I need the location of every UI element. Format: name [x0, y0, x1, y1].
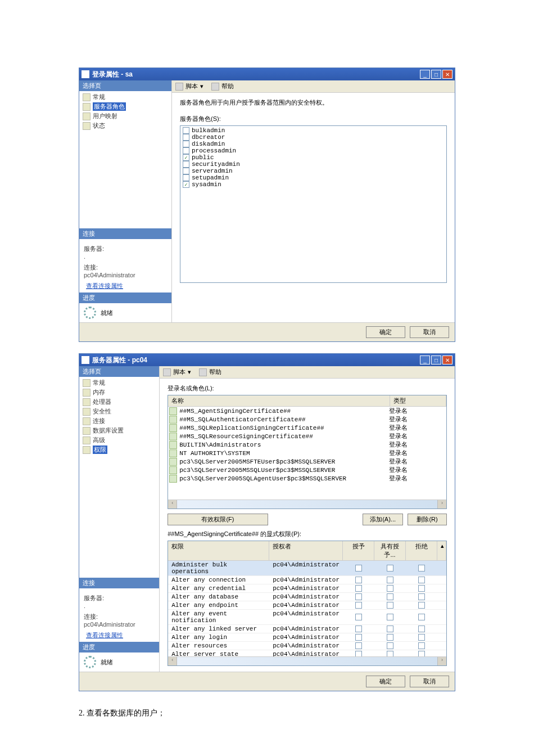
permission-row[interactable]: Alter server statepc04\Administrator	[168, 650, 446, 656]
script-button[interactable]: 脚本	[173, 368, 185, 376]
view-connection-props-link[interactable]: 查看连接属性	[84, 282, 123, 290]
login-row[interactable]: pc3\SQLServer2005SQLAgentUser$pc3$MSSQLS…	[168, 474, 446, 483]
help-button[interactable]: 帮助	[221, 82, 234, 91]
dropdown-icon[interactable]: ▾	[188, 368, 191, 376]
h-scrollbar[interactable]: ‹›	[168, 656, 446, 665]
withgrant-checkbox[interactable]	[387, 626, 393, 632]
grant-checkbox[interactable]	[355, 614, 362, 620]
role-row[interactable]: serveradmin	[182, 168, 445, 174]
withgrant-checkbox[interactable]	[387, 642, 393, 649]
login-row[interactable]: NT AUTHORITY\SYSTEM登录名	[168, 449, 446, 457]
effective-permissions-button[interactable]: 有效权限(F)	[168, 514, 268, 525]
role-checkbox[interactable]	[183, 174, 189, 181]
sidebar-item[interactable]: 连接	[79, 416, 159, 426]
sidebar-item[interactable]: 数据库设置	[79, 426, 159, 435]
role-row[interactable]: public	[182, 154, 445, 161]
col-type-header[interactable]: 类型	[390, 395, 446, 406]
dropdown-icon[interactable]: ▾	[200, 83, 203, 90]
role-row[interactable]: diskadmin	[182, 141, 445, 147]
sidebar-item[interactable]: 处理器	[79, 397, 159, 407]
role-checkbox[interactable]	[183, 168, 189, 174]
permission-row[interactable]: Alter any linked serverpc04\Administrato…	[168, 625, 446, 633]
permission-row[interactable]: Alter any databasepc04\Administrator	[168, 593, 446, 601]
grant-checkbox[interactable]	[355, 626, 362, 632]
deny-checkbox[interactable]	[418, 634, 425, 641]
role-row[interactable]: bulkadmin	[182, 127, 445, 134]
script-button[interactable]: 脚本	[185, 82, 198, 91]
role-checkbox[interactable]	[183, 181, 189, 188]
withgrant-checkbox[interactable]	[387, 565, 393, 572]
close-button[interactable]: ✕	[442, 356, 452, 364]
deny-checkbox[interactable]	[418, 565, 425, 572]
role-checkbox[interactable]	[183, 134, 189, 141]
withgrant-checkbox[interactable]	[387, 577, 393, 583]
role-row[interactable]: dbcreator	[182, 134, 445, 141]
sidebar-item[interactable]: 常规	[79, 92, 171, 102]
grant-checkbox[interactable]	[355, 565, 362, 572]
minimize-button[interactable]: _	[420, 356, 430, 364]
permission-row[interactable]: Alter any endpointpc04\Administrator	[168, 601, 446, 610]
withgrant-checkbox[interactable]	[387, 634, 393, 641]
logins-grid[interactable]: 名称 类型 ##MS_AgentSigningCertificate##登录名#…	[168, 395, 447, 509]
deny-checkbox[interactable]	[418, 651, 425, 656]
role-row[interactable]: sysadmin	[182, 181, 445, 188]
scroll-up-icon[interactable]: ▴	[437, 541, 446, 560]
grant-checkbox[interactable]	[355, 634, 362, 641]
grant-checkbox[interactable]	[355, 651, 362, 656]
role-checkbox[interactable]	[183, 147, 189, 154]
grant-checkbox[interactable]	[355, 585, 362, 592]
sidebar-item[interactable]: 权限	[79, 445, 159, 454]
deny-checkbox[interactable]	[418, 626, 425, 632]
grantor-col-header[interactable]: 授权者	[269, 541, 343, 560]
add-button[interactable]: 添加(A)...	[363, 514, 403, 525]
sidebar-item[interactable]: 常规	[79, 378, 159, 388]
perm-col-header[interactable]: 权限	[168, 541, 269, 560]
minimize-button[interactable]: _	[420, 70, 430, 79]
grant-checkbox[interactable]	[355, 577, 362, 583]
role-row[interactable]: setupadmin	[182, 174, 445, 181]
deny-checkbox[interactable]	[418, 642, 425, 649]
sidebar-item[interactable]: 用户映射	[79, 111, 171, 121]
role-checkbox[interactable]	[183, 141, 189, 147]
login-row[interactable]: pc3\SQLServer2005MSSQLUser$pc3$MSSQLSERV…	[168, 466, 446, 474]
sidebar-item[interactable]: 高级	[79, 435, 159, 445]
cancel-button[interactable]: 取消	[410, 326, 449, 338]
role-checkbox[interactable]	[183, 161, 189, 168]
deny-checkbox[interactable]	[418, 593, 425, 600]
login-row[interactable]: ##MS_SQLAuthenticatorCertificate##登录名	[168, 415, 446, 424]
permission-row[interactable]: Alter any loginpc04\Administrator	[168, 633, 446, 642]
grant-checkbox[interactable]	[355, 593, 362, 600]
view-connection-props-link[interactable]: 查看连接属性	[84, 631, 123, 640]
sidebar-item[interactable]: 内存	[79, 388, 159, 397]
close-button[interactable]: ✕	[442, 70, 452, 79]
withgrant-checkbox[interactable]	[387, 593, 393, 600]
permissions-grid[interactable]: 权限 授权者 授予 具有授予... 拒绝 ▴ Administer bulk o…	[168, 541, 447, 666]
server-roles-list[interactable]: bulkadmindbcreatordiskadminprocessadminp…	[180, 125, 447, 283]
grant-col-header[interactable]: 授予	[343, 541, 374, 560]
withgrant-checkbox[interactable]	[387, 585, 393, 592]
role-row[interactable]: securityadmin	[182, 161, 445, 168]
help-button[interactable]: 帮助	[209, 368, 221, 376]
maximize-button[interactable]: □	[431, 70, 441, 79]
col-name-header[interactable]: 名称	[168, 395, 390, 406]
withgrant-col-header[interactable]: 具有授予...	[374, 541, 406, 560]
deny-checkbox[interactable]	[418, 585, 425, 592]
login-row[interactable]: ##MS_SQLResourceSigningCertificate##登录名	[168, 432, 446, 440]
titlebar[interactable]: 登录属性 - sa _ □ ✕	[79, 68, 455, 80]
sidebar-item[interactable]: 状态	[79, 121, 171, 130]
sidebar-item[interactable]: 安全性	[79, 407, 159, 416]
role-checkbox[interactable]	[183, 127, 189, 134]
sidebar-item[interactable]: 服务器角色	[79, 102, 171, 111]
titlebar[interactable]: 服务器属性 - pc04 _ □ ✕	[79, 354, 455, 366]
login-row[interactable]: ##MS_AgentSigningCertificate##登录名	[168, 407, 446, 415]
permission-row[interactable]: Alter any event notificationpc04\Adminis…	[168, 610, 446, 625]
deny-col-header[interactable]: 拒绝	[406, 541, 437, 560]
grant-checkbox[interactable]	[355, 642, 362, 649]
login-row[interactable]: pc3\SQLServer2005MSFTEUser$pc3$MSSQLSERV…	[168, 457, 446, 466]
permission-row[interactable]: Alter any credentialpc04\Administrator	[168, 584, 446, 593]
login-row[interactable]: ##MS_SQLReplicationSigningCertificate##登…	[168, 424, 446, 432]
deny-checkbox[interactable]	[418, 602, 425, 609]
h-scrollbar[interactable]: ‹›	[168, 500, 446, 508]
deny-checkbox[interactable]	[418, 614, 425, 620]
withgrant-checkbox[interactable]	[387, 651, 393, 656]
